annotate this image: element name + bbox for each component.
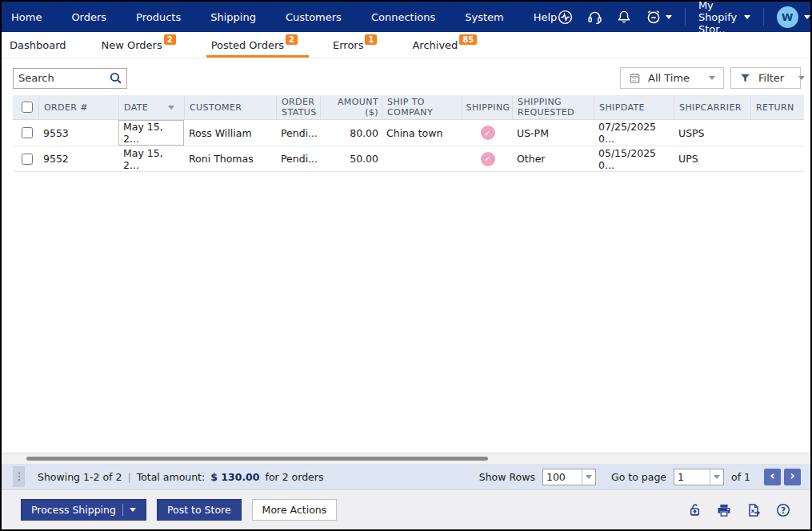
cell-shipping-requested[interactable]: Other <box>512 146 594 171</box>
nav-item-orders[interactable]: Orders <box>71 11 106 23</box>
divider: | <box>127 471 130 483</box>
unlock-icon[interactable] <box>687 502 702 517</box>
select-all-checkbox[interactable] <box>22 102 33 113</box>
goto-page-label: Go to page <box>611 471 666 483</box>
horizontal-scrollbar[interactable] <box>2 453 810 464</box>
cell-date[interactable]: May 15, 2... <box>118 120 184 146</box>
next-page-button[interactable]: › <box>784 469 801 485</box>
export-document-icon[interactable]: x <box>746 502 762 518</box>
divider <box>685 8 686 26</box>
results-summary: Showing 1-2 of 2 | Total amount: $ 130.0… <box>38 471 323 483</box>
row-checkbox[interactable] <box>22 154 33 165</box>
shipping-ok-icon: ✓ <box>481 126 495 140</box>
previous-page-button[interactable]: ‹ <box>764 469 781 485</box>
list-toolbar: All Time Filter <box>13 67 801 89</box>
cell-amount[interactable]: 80.00 <box>320 120 382 146</box>
col-order-number[interactable]: ORDER # <box>38 95 118 119</box>
search-box <box>13 68 127 89</box>
printer-icon[interactable] <box>716 502 732 518</box>
row-checkbox[interactable] <box>22 127 33 138</box>
col-return[interactable]: RETURN <box>750 95 804 119</box>
cell-order-status[interactable]: Pendi... <box>276 120 320 146</box>
cell-shipcarrier[interactable]: UPS <box>674 146 750 171</box>
process-shipping-button[interactable]: Process Shipping <box>21 499 146 521</box>
col-date[interactable]: DATE <box>118 95 184 119</box>
nav-item-home[interactable]: Home <box>11 11 42 23</box>
cell-return[interactable] <box>750 120 804 146</box>
tab-posted-orders[interactable]: Posted Orders 2 <box>211 32 298 58</box>
cell-ship-to-company[interactable]: China town <box>382 120 462 146</box>
total-amount: $ 130.00 <box>210 471 259 483</box>
filter-dropdown[interactable]: Filter <box>730 67 801 89</box>
show-rows-select[interactable]: 100 <box>542 469 596 485</box>
shipping-ok-icon: ✓ <box>481 152 495 166</box>
store-selector[interactable]: My Shopify Stor.. <box>698 0 750 35</box>
nav-item-products[interactable]: Products <box>136 11 181 23</box>
col-ship-to-company[interactable]: SHIP TO COMPANY <box>382 95 462 119</box>
cell-date[interactable]: May 15, 2... <box>118 146 184 171</box>
col-shipping[interactable]: SHIPPING <box>462 95 512 119</box>
search-input[interactable] <box>18 72 109 84</box>
cell-order-status[interactable]: Pendi... <box>276 146 320 171</box>
col-shipdate[interactable]: SHIPDATE <box>594 95 674 119</box>
showing-count: Showing 1-2 of 2 <box>38 471 122 483</box>
headset-icon[interactable] <box>586 9 603 26</box>
cell-return[interactable] <box>750 146 804 171</box>
cell-shipping-requested[interactable]: US-PM <box>512 120 594 146</box>
help-icon[interactable]: ? <box>775 502 791 518</box>
total-suffix: for 2 orders <box>266 471 324 483</box>
snooze-alarm-icon[interactable] <box>645 8 672 26</box>
bell-icon[interactable] <box>616 9 632 25</box>
chevron-down-icon <box>798 76 805 80</box>
post-to-store-button[interactable]: Post to Store <box>157 499 242 521</box>
cell-shipping[interactable]: ✓ <box>462 146 512 171</box>
cell-shipcarrier[interactable]: USPS <box>674 120 750 146</box>
tab-archived[interactable]: Archived 85 <box>412 32 477 58</box>
orders-table: ORDER # DATE CUSTOMER ORDER STATUS AMOUN… <box>13 95 804 172</box>
cell-order-number[interactable]: 9552 <box>38 146 118 171</box>
col-shipping-requested[interactable]: SHIPPING REQUESTED <box>512 95 594 119</box>
nav-item-connections[interactable]: Connections <box>371 11 435 23</box>
total-label: Total amount: <box>137 471 206 483</box>
tab-dashboard[interactable]: Dashboard <box>10 32 66 58</box>
table-row[interactable]: 9552 May 15, 2... Roni Thomas Pendi... 5… <box>13 146 804 172</box>
cell-amount[interactable]: 50.00 <box>320 146 382 171</box>
goto-page-select[interactable]: 1 <box>674 469 724 485</box>
nav-item-system[interactable]: System <box>465 11 503 23</box>
activity-icon[interactable] <box>557 9 574 26</box>
col-shipcarrier[interactable]: SHIPCARRIER <box>674 95 750 119</box>
tab-errors[interactable]: Errors 1 <box>333 32 377 58</box>
cell-shipdate[interactable]: 05/15/2025 0... <box>594 146 674 171</box>
nav-item-customers[interactable]: Customers <box>286 11 342 23</box>
cell-order-number[interactable]: 9553 <box>38 120 118 146</box>
cell-customer[interactable]: Ross William <box>184 120 276 146</box>
more-actions-button[interactable]: More Actions <box>252 499 338 521</box>
svg-text:x: x <box>751 506 755 513</box>
cell-customer[interactable]: Roni Thomas <box>184 146 276 171</box>
drag-grip[interactable] <box>13 466 25 487</box>
show-rows-label: Show Rows <box>479 471 535 483</box>
divider <box>122 504 123 516</box>
col-amount[interactable]: AMOUNT ($) <box>320 95 382 119</box>
app-window: Home Orders Products Shipping Customers … <box>0 0 812 531</box>
time-range-dropdown[interactable]: All Time <box>620 67 724 89</box>
header-select-all <box>13 95 38 119</box>
nav-item-shipping[interactable]: Shipping <box>210 11 256 23</box>
cell-select <box>13 146 38 171</box>
col-order-status[interactable]: ORDER STATUS <box>276 95 320 119</box>
tab-badge: 2 <box>286 34 298 45</box>
col-customer[interactable]: CUSTOMER <box>184 95 276 119</box>
nav-item-help[interactable]: Help <box>534 11 558 23</box>
search-icon[interactable] <box>109 71 122 85</box>
cell-shipping[interactable]: ✓ <box>462 120 512 146</box>
scrollbar-thumb[interactable] <box>26 457 488 461</box>
table-row[interactable]: 9553 May 15, 2... Ross William Pendi... … <box>13 120 804 146</box>
calendar-icon <box>629 72 641 84</box>
action-bar: Process Shipping Post to Store More Acti… <box>2 489 810 529</box>
user-menu[interactable]: W <box>777 6 810 28</box>
cell-ship-to-company[interactable] <box>382 146 462 171</box>
tab-new-orders[interactable]: New Orders 2 <box>102 32 176 58</box>
cell-shipdate[interactable]: 07/25/2025 0... <box>594 120 674 146</box>
tab-label: Errors <box>333 39 363 51</box>
action-buttons: Process Shipping Post to Store More Acti… <box>21 499 337 521</box>
